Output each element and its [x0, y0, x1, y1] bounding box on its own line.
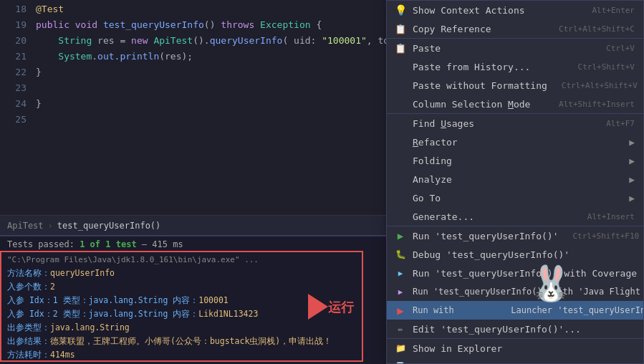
- menu-item-analyze[interactable]: Analyze ▶: [387, 170, 643, 188]
- paste-history-icon: [394, 60, 407, 73]
- menu-item-paste-history[interactable]: Paste from History... Ctrl+Shift+V: [387, 57, 643, 76]
- run-icon: ▶: [394, 229, 407, 242]
- run-annotation: 运行: [308, 294, 354, 321]
- code-area: @Test ▶ public void test_queryUserInfo()…: [32, 0, 394, 215]
- output-line-7: 方法耗时：414ms: [7, 348, 387, 362]
- menu-item-debug-test[interactable]: 🐛 Debug 'test_queryUserInfo()': [387, 245, 643, 264]
- breadcrumb-item-2[interactable]: test_queryUserInfo(): [57, 221, 161, 231]
- find-icon: [394, 117, 407, 130]
- explorer-icon: 📁: [394, 342, 407, 355]
- line-numbers: 18 19 20 21 22 23 24 25: [0, 0, 32, 215]
- menu-item-column-mode[interactable]: Column Selection Mode Alt+Shift+Insert: [387, 95, 643, 113]
- editor-area: 18 19 20 21 22 23 24 25 @Test ▶ public v…: [0, 0, 394, 215]
- paste-icon: 📋: [394, 42, 407, 54]
- menu-item-edit-config[interactable]: ✏️ Edit 'test_queryUserInfo()'...: [387, 320, 643, 338]
- menu-item-paste-no-format[interactable]: Paste without Formatting Ctrl+Alt+Shift+…: [387, 76, 643, 95]
- generate-icon: [394, 210, 407, 223]
- menu-item-paste[interactable]: 📋 Paste Ctrl+V: [387, 38, 643, 57]
- breadcrumb-item-1[interactable]: ApiTest: [7, 221, 44, 231]
- folding-icon: [394, 154, 407, 167]
- output-line-2: 入参个数：2: [7, 280, 387, 294]
- menu-item-run-test[interactable]: ▶ Run 'test_queryUserInfo()' Ctrl+Shift+…: [387, 226, 643, 245]
- run-arrow: [308, 294, 328, 320]
- coverage-icon: ▶: [394, 267, 407, 279]
- menu-item-file-path[interactable]: 📄 File Path Ctrl+Alt+F12: [387, 358, 643, 364]
- menu-item-folding[interactable]: Folding ▶: [387, 151, 643, 170]
- output-line-6: 出参结果：德莱联盟，王牌工程师。小傅哥(公众号：bugstack虫洞栈)，申请出…: [7, 335, 387, 348]
- profiler-icon: ▶: [394, 285, 407, 298]
- refactor-icon: [394, 135, 407, 148]
- menu-item-show-explorer[interactable]: 📁 Show in Explorer: [387, 338, 643, 358]
- output-line-5: 出参类型：java.lang.String: [7, 321, 387, 335]
- copy-icon: 📋: [394, 22, 407, 35]
- breadcrumb: ApiTest › test_queryUserInfo(): [0, 215, 394, 235]
- debug-icon: 🐛: [394, 248, 407, 261]
- bulb-icon: 💡: [394, 4, 407, 16]
- column-mode-icon: [394, 97, 407, 110]
- menu-item-run-profiler[interactable]: ▶ Run 'test_queryUserInfo()' with 'Java …: [387, 282, 643, 301]
- menu-item-run-with[interactable]: ▶ Run with Launcher 'test_queryUserInfo(…: [387, 301, 643, 320]
- filepath-icon: 📄: [394, 360, 407, 364]
- run-with-icon: ▶: [394, 304, 407, 317]
- menu-item-show-context[interactable]: 💡 Show Context Actions Alt+Enter: [387, 1, 643, 19]
- goto-icon: [394, 191, 407, 204]
- run-text: 运行: [328, 299, 354, 316]
- menu-item-goto[interactable]: Go To ▶: [387, 188, 643, 207]
- menu-item-find-usages[interactable]: Find Usages Alt+F7: [387, 113, 643, 133]
- output-line-1: 方法名称：queryUserInfo: [7, 267, 387, 280]
- menu-item-generate[interactable]: Generate... Alt+Insert: [387, 207, 643, 226]
- cmd-line: "C:\Program Files\Java\jdk1.8.0_161\bin\…: [7, 254, 387, 267]
- menu-item-copy-ref[interactable]: 📋 Copy Reference Ctrl+Alt+Shift+C: [387, 19, 643, 38]
- menu-item-run-coverage[interactable]: ▶ Run 'test_queryUserInfo()' with Covera…: [387, 264, 643, 282]
- test-status: Tests passed: 1 of 1 test – 415 ms: [0, 236, 394, 252]
- analyze-icon: [394, 173, 407, 186]
- menu-item-refactor[interactable]: Refactor ▶: [387, 133, 643, 151]
- context-menu: 💡 Show Context Actions Alt+Enter 📋 Copy …: [386, 0, 644, 364]
- paste-noformat-icon: [394, 79, 407, 92]
- edit-icon: ✏️: [394, 322, 407, 335]
- rabbit-image: 🐰: [522, 254, 580, 312]
